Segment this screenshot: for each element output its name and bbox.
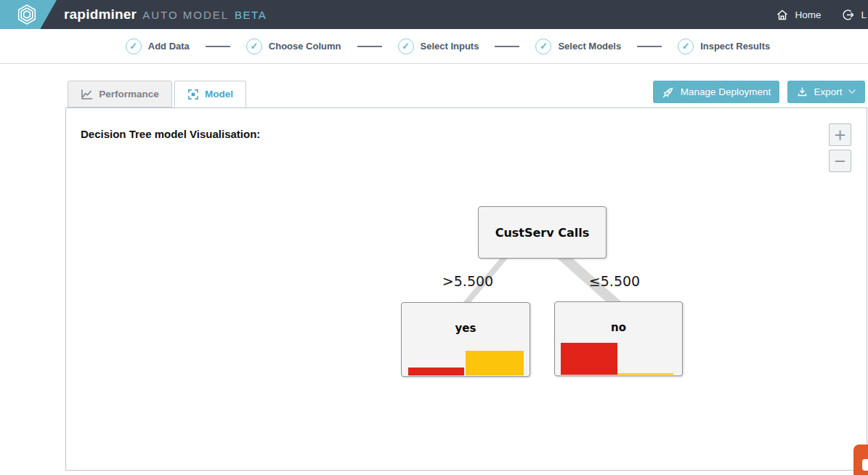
- step-select-inputs[interactable]: ✓ Select Inputs: [398, 38, 479, 54]
- feedback-widget-icon: [862, 459, 868, 471]
- top-nav: Home L: [776, 0, 868, 29]
- export-label: Export: [814, 86, 842, 97]
- tab-label: Performance: [99, 89, 159, 100]
- step-connector: [637, 46, 662, 47]
- check-icon: ✓: [246, 38, 262, 54]
- home-button[interactable]: Home: [776, 9, 821, 21]
- logout-label: L: [861, 9, 867, 20]
- tab-label: Model: [205, 89, 233, 100]
- tree-leaf-no: no: [554, 301, 683, 376]
- home-icon: [776, 9, 789, 21]
- leaf-label: no: [555, 321, 682, 334]
- edge-condition-right: ≤5.500: [567, 273, 662, 289]
- tree-leaf-yes: yes: [401, 302, 530, 377]
- step-add-data[interactable]: ✓ Add Data: [126, 38, 190, 54]
- rapidminer-auto-model-window: rapidminer AUTO MODEL BETA Home: [0, 0, 868, 475]
- brand-name: rapidminer: [64, 7, 137, 23]
- feedback-widget-button[interactable]: [853, 444, 868, 475]
- class-distribution-bar: [617, 373, 673, 375]
- step-label: Choose Column: [269, 41, 341, 52]
- step-label: Add Data: [148, 41, 190, 52]
- wizard-steps-bar: ✓ Add Data ✓ Choose Column ✓ Select Inpu…: [0, 29, 868, 64]
- manage-deployment-label: Manage Deployment: [681, 86, 771, 97]
- step-inspect-results[interactable]: ✓ Inspect Results: [678, 38, 770, 54]
- home-label: Home: [795, 9, 821, 20]
- leaf-label: yes: [402, 322, 530, 335]
- edge-condition-left: >5.500: [421, 273, 515, 289]
- step-connector: [357, 46, 382, 47]
- step-label: Inspect Results: [700, 41, 770, 52]
- brand-product: AUTO MODEL: [142, 9, 229, 21]
- rocket-icon: [662, 86, 675, 99]
- chevron-down-icon: [848, 89, 856, 94]
- tree-edges: [66, 108, 867, 470]
- rapidminer-logo[interactable]: [0, 0, 57, 29]
- model-icon: [187, 89, 199, 100]
- model-result-panel: Decision Tree model Visualisation: + − >…: [65, 107, 867, 471]
- root-node-label: CustServ Calls: [495, 226, 590, 240]
- decision-tree-canvas[interactable]: >5.500 ≤5.500 CustServ Calls yes no: [66, 108, 867, 470]
- step-label: Select Models: [558, 41, 621, 52]
- class-distribution-bar: [561, 343, 617, 375]
- class-distribution-bar: [466, 351, 524, 375]
- step-choose-column[interactable]: ✓ Choose Column: [246, 38, 341, 54]
- tree-root-node: CustServ Calls: [478, 206, 607, 259]
- check-icon: ✓: [398, 38, 414, 54]
- check-icon: ✓: [535, 38, 551, 54]
- check-icon: ✓: [126, 38, 142, 54]
- manage-deployment-button[interactable]: Manage Deployment: [653, 81, 779, 103]
- export-button[interactable]: Export: [787, 81, 865, 103]
- class-distribution-bar: [408, 368, 464, 375]
- performance-chart-icon: [81, 89, 93, 100]
- beta-badge: BETA: [235, 9, 267, 21]
- step-label: Select Inputs: [421, 41, 479, 52]
- rapidminer-logo-icon: [16, 4, 38, 25]
- tab-performance[interactable]: Performance: [68, 81, 172, 107]
- tab-model[interactable]: Model: [174, 81, 246, 107]
- logout-icon: [841, 8, 855, 22]
- step-connector: [495, 46, 519, 47]
- logout-button[interactable]: L: [841, 8, 867, 22]
- step-connector: [206, 46, 230, 47]
- step-select-models[interactable]: ✓ Select Models: [535, 38, 621, 54]
- download-icon: [797, 86, 808, 97]
- brand-title: rapidminer AUTO MODEL BETA: [64, 0, 267, 29]
- check-icon: ✓: [678, 38, 694, 54]
- top-header: rapidminer AUTO MODEL BETA Home: [0, 0, 868, 29]
